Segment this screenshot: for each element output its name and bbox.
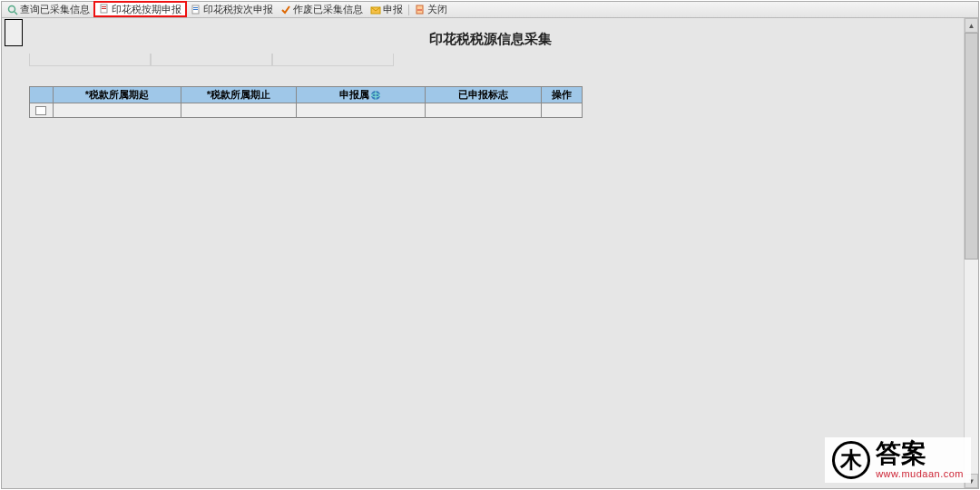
col-declare-attr: 申报属 bbox=[297, 87, 426, 103]
data-table: *税款所属期起 *税款所属期止 申报属 已申报标志 操作 bbox=[29, 86, 583, 118]
data-table-wrap: *税款所属期起 *税款所属期止 申报属 已申报标志 操作 bbox=[29, 86, 978, 118]
col-action: 操作 bbox=[542, 87, 583, 103]
toolbar: 查询已采集信息 印花税按期申报 印花税按次申报 作废已采集信息 申报 bbox=[2, 2, 978, 18]
globe-icon bbox=[369, 90, 382, 101]
ghost-tab[interactable] bbox=[29, 54, 151, 66]
doc-blue-icon bbox=[191, 5, 201, 15]
watermark: 木 答案 www.mudaan.com bbox=[825, 437, 971, 483]
cell-period-end[interactable] bbox=[181, 103, 297, 118]
floating-box bbox=[5, 19, 23, 46]
scroll-thumb[interactable] bbox=[965, 33, 978, 260]
toolbar-label: 印花税按次申报 bbox=[203, 3, 273, 16]
toolbar-item-close[interactable]: 关闭 bbox=[411, 3, 451, 17]
table-header-row: *税款所属期起 *税款所属期止 申报属 已申报标志 操作 bbox=[30, 87, 583, 103]
close-icon bbox=[415, 5, 426, 15]
ghost-tab-row bbox=[29, 54, 978, 66]
col-period-end: *税款所属期止 bbox=[181, 87, 297, 103]
toolbar-separator bbox=[408, 5, 409, 15]
svg-rect-4 bbox=[102, 8, 106, 9]
doc-red-icon bbox=[99, 4, 110, 15]
cell-declare-attr[interactable] bbox=[297, 103, 426, 118]
scroll-up-button[interactable]: ▲ bbox=[965, 18, 978, 33]
watermark-text: 答案 bbox=[876, 441, 964, 466]
ghost-tab[interactable] bbox=[272, 54, 394, 66]
vertical-scrollbar[interactable]: ▲ ▼ bbox=[964, 18, 978, 488]
toolbar-label: 印花税按期申报 bbox=[112, 3, 181, 16]
toolbar-item-bytime[interactable]: 印花税按次申报 bbox=[187, 3, 277, 17]
toolbar-item-declare[interactable]: 申报 bbox=[367, 3, 407, 17]
toolbar-item-byperiod[interactable]: 印花税按期申报 bbox=[93, 1, 187, 17]
cell-period-start[interactable] bbox=[54, 103, 181, 118]
cell-action[interactable] bbox=[542, 103, 583, 118]
toolbar-label: 申报 bbox=[383, 3, 403, 16]
watermark-url: www.mudaan.com bbox=[876, 468, 964, 479]
svg-point-0 bbox=[9, 5, 15, 12]
cell-declared-flag[interactable] bbox=[426, 103, 542, 118]
svg-rect-7 bbox=[193, 9, 198, 10]
search-icon bbox=[7, 5, 18, 15]
col-declared-flag: 已申报标志 bbox=[426, 87, 542, 103]
svg-rect-6 bbox=[193, 7, 198, 8]
watermark-badge: 木 bbox=[832, 441, 870, 479]
table-row[interactable] bbox=[30, 103, 583, 118]
page-title: 印花税税源信息采集 bbox=[2, 18, 978, 54]
ghost-tab[interactable] bbox=[151, 54, 272, 66]
delete-icon bbox=[280, 5, 291, 15]
select-all-header[interactable] bbox=[30, 87, 54, 103]
mail-icon bbox=[370, 5, 381, 15]
toolbar-label: 关闭 bbox=[427, 3, 447, 16]
toolbar-label: 作废已采集信息 bbox=[293, 3, 363, 16]
row-select[interactable] bbox=[30, 103, 54, 118]
toolbar-item-void[interactable]: 作废已采集信息 bbox=[277, 3, 367, 17]
toolbar-label: 查询已采集信息 bbox=[20, 3, 90, 16]
svg-line-1 bbox=[15, 12, 17, 15]
svg-rect-3 bbox=[102, 6, 106, 7]
toolbar-item-query[interactable]: 查询已采集信息 bbox=[4, 3, 93, 17]
col-period-start: *税款所属期起 bbox=[54, 87, 181, 103]
